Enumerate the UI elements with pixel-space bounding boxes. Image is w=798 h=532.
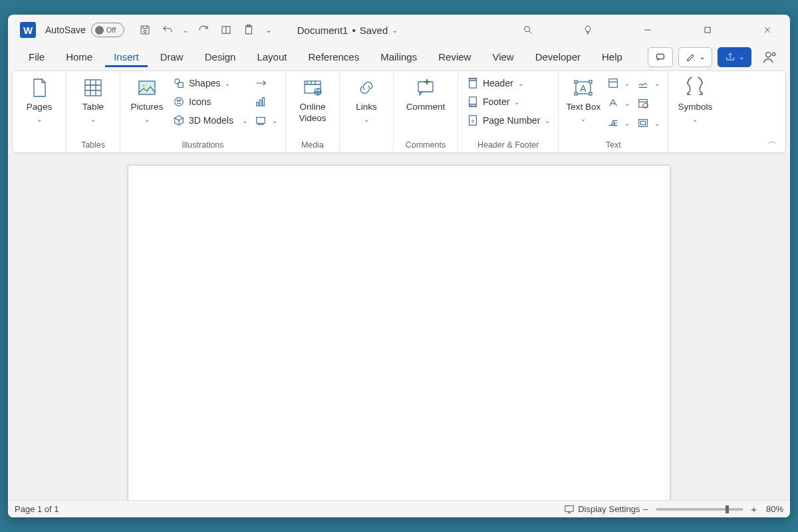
- tab-draw[interactable]: Draw: [152, 47, 192, 66]
- tab-file[interactable]: File: [20, 47, 53, 66]
- tab-help[interactable]: Help: [593, 47, 631, 66]
- page-number-button[interactable]: #Page Number⌄: [465, 111, 551, 130]
- chevron-down-icon: ⌄: [392, 26, 398, 35]
- svg-rect-46: [575, 80, 577, 83]
- group-label-comments: Comments: [400, 139, 451, 152]
- undo-icon[interactable]: [159, 21, 176, 39]
- svg-rect-9: [705, 27, 710, 33]
- links-button[interactable]: Links ⌄: [346, 74, 386, 124]
- close-button[interactable]: [754, 17, 781, 43]
- comments-pill[interactable]: [648, 47, 673, 67]
- link-icon: [355, 76, 378, 99]
- page-indicator[interactable]: Page 1 of 1: [15, 504, 59, 514]
- shapes-icon: [172, 76, 186, 90]
- wordart-icon: [606, 96, 620, 110]
- qat-paste-icon[interactable]: [240, 21, 257, 39]
- icons-icon: [172, 95, 186, 108]
- group-label-text: Text: [565, 139, 661, 152]
- icons-button[interactable]: Icons: [171, 92, 249, 111]
- quick-parts-button[interactable]: ⌄: [605, 74, 631, 92]
- chevron-down-icon: ⌄: [364, 116, 369, 124]
- svg-point-6: [525, 27, 530, 32]
- online-videos-button[interactable]: Online Videos: [293, 74, 332, 124]
- object-button[interactable]: ⌄: [635, 114, 661, 132]
- table-button[interactable]: Table ⌄: [73, 74, 113, 124]
- collapse-ribbon-icon[interactable]: ︿: [768, 136, 776, 147]
- svg-rect-62: [641, 121, 646, 124]
- chart-button[interactable]: [253, 92, 279, 111]
- group-header-footer: Header⌄ Footer⌄ #Page Number⌄ Header & F…: [458, 71, 559, 152]
- group-illustrations: Pictures ⌄ Shapes⌄ Icons 3D Models⌄ ⌄ Il…: [120, 71, 286, 152]
- titlebar: W AutoSave Off ⌄ ⌄ Document1 • Saved ⌄: [8, 15, 790, 45]
- signature-button[interactable]: ⌄: [635, 74, 661, 92]
- tab-mailings[interactable]: Mailings: [372, 47, 426, 66]
- document-area[interactable]: [8, 153, 790, 500]
- doc-separator: •: [352, 25, 355, 36]
- autosave-toggle[interactable]: Off: [91, 23, 124, 37]
- zoom-thumb[interactable]: [726, 505, 729, 513]
- tab-review[interactable]: Review: [430, 47, 479, 66]
- tab-layout[interactable]: Layout: [248, 47, 295, 66]
- zoom-in-button[interactable]: +: [748, 503, 759, 515]
- svg-rect-30: [257, 118, 265, 124]
- account-icon[interactable]: [762, 49, 778, 65]
- group-symbols: Symbols ⌄: [668, 71, 722, 152]
- video-icon: [301, 76, 324, 99]
- tab-insert[interactable]: Insert: [105, 47, 148, 67]
- screenshot-button[interactable]: ⌄: [253, 111, 279, 130]
- undo-dropdown-icon[interactable]: ⌄: [182, 21, 190, 39]
- drop-cap-button[interactable]: A⌄: [605, 114, 631, 132]
- tab-references[interactable]: References: [299, 47, 368, 66]
- text-box-button[interactable]: A Text Box ⌄: [565, 74, 601, 124]
- symbols-button[interactable]: Symbols ⌄: [675, 74, 715, 124]
- svg-rect-47: [589, 80, 592, 83]
- tab-view[interactable]: View: [483, 47, 522, 66]
- search-icon[interactable]: [515, 17, 541, 43]
- symbols-label: Symbols: [678, 102, 712, 113]
- status-bar: Page 1 of 1 Display Settings − + 80%: [8, 500, 790, 517]
- smartart-button[interactable]: [253, 74, 279, 92]
- redo-icon[interactable]: [195, 21, 212, 39]
- svg-rect-48: [575, 92, 577, 95]
- screenshot-icon: [254, 114, 267, 127]
- page-icon: [28, 76, 51, 99]
- zoom-level[interactable]: 80%: [766, 504, 783, 514]
- svg-rect-49: [589, 92, 592, 95]
- signature-icon: [636, 76, 650, 90]
- pictures-button[interactable]: Pictures ⌄: [127, 74, 167, 124]
- tab-developer[interactable]: Developer: [527, 47, 589, 66]
- header-button[interactable]: Header⌄: [465, 74, 551, 92]
- document-title[interactable]: Document1 • Saved ⌄: [297, 25, 398, 36]
- svg-rect-50: [609, 79, 618, 88]
- dropcap-icon: A: [606, 116, 620, 130]
- display-settings-button[interactable]: Display Settings: [564, 504, 640, 514]
- svg-rect-63: [565, 505, 573, 511]
- 3d-models-button[interactable]: 3D Models⌄: [171, 111, 249, 130]
- editing-pill[interactable]: ⌄: [678, 47, 712, 67]
- zoom-slider[interactable]: [656, 508, 743, 511]
- qat-print-layout-icon[interactable]: [217, 21, 235, 39]
- maximize-button[interactable]: [694, 17, 721, 43]
- pictures-label: Pictures: [131, 102, 164, 113]
- svg-rect-12: [657, 54, 664, 59]
- cube-icon: [172, 114, 186, 127]
- pages-button[interactable]: Pages ⌄: [19, 74, 59, 124]
- tab-design[interactable]: Design: [196, 47, 245, 66]
- lightbulb-icon[interactable]: [575, 17, 601, 43]
- qat-customize-icon[interactable]: ⌄: [263, 21, 275, 39]
- svg-point-1: [144, 30, 146, 33]
- shapes-button[interactable]: Shapes⌄: [171, 74, 249, 92]
- save-icon[interactable]: [136, 21, 154, 39]
- doc-name: Document1: [297, 25, 348, 36]
- document-page[interactable]: [128, 165, 670, 500]
- comment-button[interactable]: Comment: [400, 74, 451, 113]
- minimize-button[interactable]: [634, 17, 661, 43]
- chart-icon: [254, 95, 267, 108]
- zoom-out-button[interactable]: −: [640, 503, 651, 515]
- tab-home[interactable]: Home: [57, 47, 101, 66]
- footer-button[interactable]: Footer⌄: [465, 92, 551, 111]
- wordart-button[interactable]: ⌄: [605, 94, 631, 112]
- share-button[interactable]: ⌄: [718, 47, 751, 67]
- date-time-button[interactable]: [635, 94, 661, 112]
- titlebar-right: [515, 17, 781, 43]
